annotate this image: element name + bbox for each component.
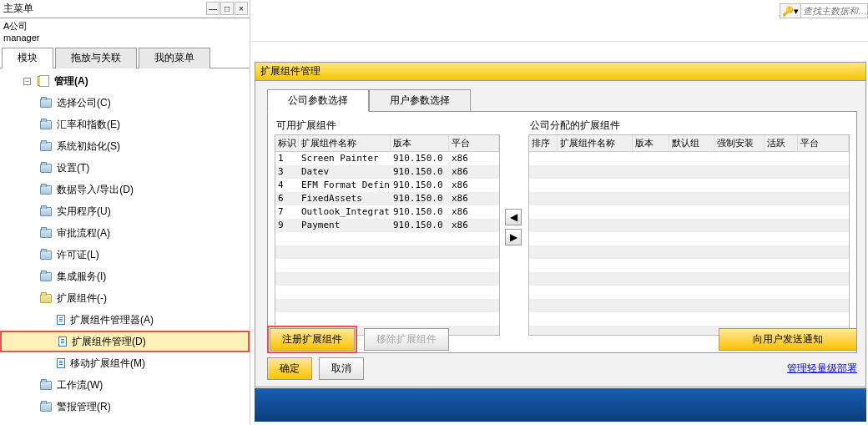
folder-icon bbox=[40, 381, 52, 390]
main-area: 🔑▾ 扩展组件管理 公司参数选择 用户参数选择 可用扩展组件 标识 扩展组件名称 bbox=[251, 0, 868, 425]
tree-item-extensions[interactable]: 扩展组件(-) bbox=[0, 287, 250, 309]
col-plat[interactable]: 平台 bbox=[798, 135, 849, 151]
tree-tabs: 模块 拖放与关联 我的菜单 bbox=[0, 47, 250, 68]
col-name[interactable]: 扩展组件名称 bbox=[299, 135, 391, 151]
assigned-components: 公司分配的扩展组件 排序 扩展组件名称 版本 默认组 强制安装 活跃 平台 bbox=[528, 119, 850, 336]
tree-item-ext-manage[interactable]: 扩展组件管理(D) bbox=[0, 331, 250, 352]
folder-icon bbox=[40, 272, 52, 281]
table-row[interactable]: 6FixedAssets910.150.0x86 bbox=[275, 192, 499, 205]
tab-modules[interactable]: 模块 bbox=[2, 48, 53, 68]
key-icon[interactable]: 🔑▾ bbox=[780, 3, 801, 18]
tree-item[interactable]: 实用程序(U) bbox=[0, 200, 250, 222]
cancel-button[interactable]: 取消 bbox=[319, 357, 364, 380]
page-icon bbox=[57, 315, 65, 325]
col-force[interactable]: 强制安装 bbox=[714, 135, 765, 151]
col-name[interactable]: 扩展组件名称 bbox=[558, 135, 633, 151]
maximize-button[interactable]: □ bbox=[220, 2, 234, 15]
company-name: A公司 bbox=[3, 20, 246, 32]
col-plat[interactable]: 平台 bbox=[449, 135, 499, 151]
folder-icon bbox=[40, 164, 52, 173]
tab-company-params[interactable]: 公司参数选择 bbox=[267, 89, 369, 112]
tab-dragdrop[interactable]: 拖放与关联 bbox=[55, 48, 137, 68]
folder-open-icon bbox=[40, 294, 52, 303]
tree-item[interactable]: BI OnDemand 集成(B) bbox=[0, 417, 250, 419]
collapse-icon[interactable]: − bbox=[23, 78, 31, 85]
available-grid[interactable]: 标识 扩展组件名称 版本 平台 1Screen Painter910.150.0… bbox=[275, 134, 500, 336]
action-bar: 注册扩展组件 移除扩展组件 向用户发送通知 bbox=[267, 326, 857, 353]
tree-item[interactable]: 许可证(L) bbox=[0, 244, 250, 266]
panel-tabs: 公司参数选择 用户参数选择 bbox=[267, 89, 857, 112]
folder-icon bbox=[40, 207, 52, 216]
move-left-button[interactable]: ◀ bbox=[505, 209, 522, 225]
assigned-grid[interactable]: 排序 扩展组件名称 版本 默认组 强制安装 活跃 平台 bbox=[528, 134, 850, 336]
tab-user-params[interactable]: 用户参数选择 bbox=[369, 89, 471, 112]
folder-icon bbox=[40, 99, 52, 108]
tree-item[interactable]: 扩展组件管理器(A) bbox=[0, 309, 250, 331]
col-id[interactable]: 标识 bbox=[275, 135, 299, 151]
ok-button[interactable]: 确定 bbox=[267, 357, 312, 380]
folder-icon bbox=[40, 185, 52, 195]
col-defgrp[interactable]: 默认组 bbox=[669, 135, 714, 151]
left-panel: 主菜单 — □ × A公司 manager 模块 拖放与关联 我的菜单 − 管理… bbox=[0, 0, 250, 425]
transfer-buttons: ◀ ▶ bbox=[505, 119, 523, 336]
bottom-strip bbox=[255, 388, 866, 422]
folder-icon bbox=[40, 250, 52, 260]
bottom-bar: 确定 取消 管理轻量级部署 bbox=[267, 357, 857, 380]
col-ver[interactable]: 版本 bbox=[633, 135, 669, 151]
page-icon bbox=[58, 336, 67, 347]
notify-button[interactable]: 向用户发送通知 bbox=[719, 328, 857, 351]
folder-icon bbox=[40, 229, 52, 238]
tree-item[interactable]: 选择公司(C) bbox=[0, 92, 250, 114]
remove-button: 移除扩展组件 bbox=[364, 328, 449, 351]
table-row[interactable]: 1Screen Painter910.150.0x86 bbox=[275, 152, 499, 165]
tree-item[interactable]: 数据导入/导出(D) bbox=[0, 179, 250, 200]
tree-item[interactable]: 设置(T) bbox=[0, 157, 250, 179]
tree-item[interactable]: 系统初始化(S) bbox=[0, 135, 250, 157]
page-icon bbox=[57, 358, 65, 368]
panel-body: 可用扩展组件 标识 扩展组件名称 版本 平台 1Screen Painter91… bbox=[267, 111, 857, 353]
toolbar: 🔑▾ bbox=[251, 0, 868, 42]
folder-icon bbox=[40, 402, 52, 412]
folder-icon bbox=[40, 120, 52, 129]
close-button[interactable]: × bbox=[235, 2, 248, 15]
tree-root-admin[interactable]: − 管理(A) bbox=[0, 70, 250, 92]
minimize-button[interactable]: — bbox=[206, 2, 220, 15]
tree-item[interactable]: 警报管理(R) bbox=[0, 396, 250, 417]
window-title-bar[interactable]: 扩展组件管理 bbox=[255, 63, 865, 81]
search-input[interactable] bbox=[801, 3, 868, 18]
window-title: 扩展组件管理 bbox=[260, 64, 320, 78]
doc-icon bbox=[39, 75, 49, 87]
panel-title: 主菜单 bbox=[3, 2, 33, 16]
tree-item[interactable]: 移动扩展组件(M) bbox=[0, 352, 250, 374]
move-right-button[interactable]: ▶ bbox=[505, 229, 522, 245]
table-title: 可用扩展组件 bbox=[275, 119, 500, 133]
manage-deploy-link[interactable]: 管理轻量级部署 bbox=[787, 362, 857, 376]
tree-label: 管理(A) bbox=[54, 74, 88, 89]
table-row[interactable]: 9Payment910.150.0x86 bbox=[275, 219, 499, 232]
user-name: manager bbox=[3, 32, 246, 43]
folder-icon bbox=[40, 142, 52, 151]
table-row[interactable]: 3Datev910.150.0x86 bbox=[275, 165, 499, 179]
available-components: 可用扩展组件 标识 扩展组件名称 版本 平台 1Screen Painter91… bbox=[275, 119, 500, 336]
panel-header: 主菜单 — □ × bbox=[0, 0, 250, 18]
table-row[interactable]: 7Outlook_Integrati910.150.0x86 bbox=[275, 205, 499, 219]
tree-item[interactable]: 集成服务(I) bbox=[0, 266, 250, 287]
tree-item[interactable]: 汇率和指数(E) bbox=[0, 114, 250, 135]
tab-mymenu[interactable]: 我的菜单 bbox=[139, 48, 210, 68]
tree-item[interactable]: 审批流程(A) bbox=[0, 222, 250, 244]
table-title: 公司分配的扩展组件 bbox=[528, 119, 850, 133]
tree-item[interactable]: 工作流(W) bbox=[0, 374, 250, 396]
register-button[interactable]: 注册扩展组件 bbox=[270, 328, 355, 351]
register-highlight: 注册扩展组件 bbox=[267, 326, 357, 353]
col-active[interactable]: 活跃 bbox=[765, 135, 798, 151]
col-ver[interactable]: 版本 bbox=[391, 135, 449, 151]
search-box: 🔑▾ bbox=[780, 3, 868, 18]
nav-tree: − 管理(A) 选择公司(C) 汇率和指数(E) 系统初始化(S) 设置(T) … bbox=[0, 68, 250, 419]
content-window: 扩展组件管理 公司参数选择 用户参数选择 可用扩展组件 标识 扩展组件名称 版本… bbox=[255, 62, 866, 387]
company-info: A公司 manager bbox=[0, 18, 250, 45]
table-row[interactable]: 4EFM Format Defini910.150.0x86 bbox=[275, 179, 499, 192]
col-order[interactable]: 排序 bbox=[529, 135, 558, 151]
